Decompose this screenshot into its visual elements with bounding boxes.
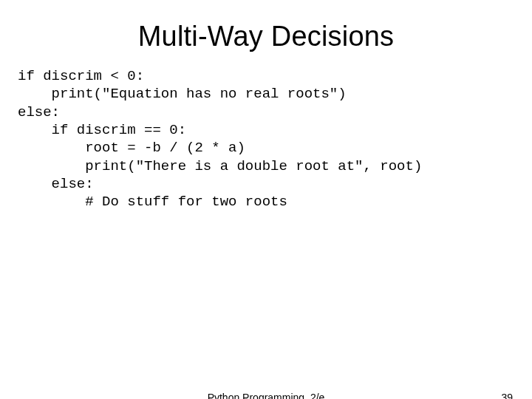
code-line: # Do stuff for two roots [18, 194, 287, 210]
code-line: root = -b / (2 * a) [18, 140, 245, 156]
code-block: if discrim < 0: print("Equation has no r… [18, 67, 514, 211]
code-line: if discrim == 0: [18, 122, 186, 138]
code-line: else: [18, 104, 60, 120]
code-line: else: [18, 176, 94, 192]
footer-book: Python Programming, 2/e [0, 392, 532, 399]
code-line: print("Equation has no real roots") [18, 86, 347, 102]
code-line: print("There is a double root at", root) [18, 158, 422, 174]
slide: Multi-Way Decisions if discrim < 0: prin… [0, 21, 532, 399]
slide-title: Multi-Way Decisions [0, 21, 532, 52]
footer-page-number: 39 [501, 392, 513, 399]
code-line: if discrim < 0: [18, 68, 144, 84]
